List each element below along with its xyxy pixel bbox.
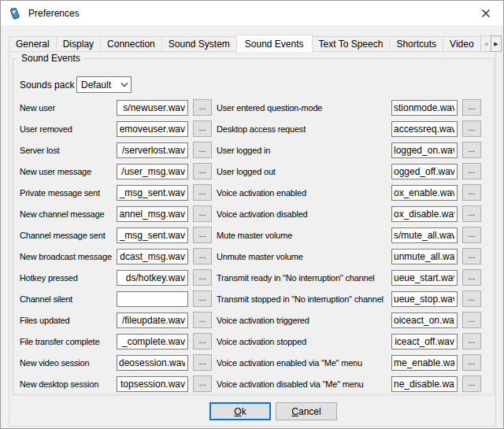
event-label: User logged out xyxy=(217,167,387,176)
event-sound-file-input[interactable] xyxy=(391,164,458,179)
event-sound-file-input[interactable] xyxy=(391,121,458,137)
browse-button[interactable]: ... xyxy=(462,227,481,243)
event-sound-file-input[interactable] xyxy=(117,291,188,307)
event-sound-file-input[interactable] xyxy=(117,249,188,264)
event-sound-file-input[interactable] xyxy=(391,291,458,307)
browse-button[interactable]: ... xyxy=(193,312,212,328)
event-label: New channel message xyxy=(20,209,112,219)
browse-button[interactable]: ... xyxy=(462,205,481,222)
tab-display[interactable]: Display xyxy=(56,36,101,52)
event-label: Transmit ready in "No interruption" chan… xyxy=(217,273,387,283)
event-label: User removed xyxy=(20,124,112,134)
sounds-pack-row: Sounds pack Default xyxy=(20,76,132,93)
cancel-button[interactable]: Cancel xyxy=(276,402,337,420)
tab-scroll-buttons: ◀ ▶ xyxy=(480,35,502,52)
event-label: User entered question-mode xyxy=(217,103,387,113)
event-label: Desktop access request xyxy=(217,124,387,134)
event-label: Voice activation enabled via "Me" menu xyxy=(217,358,387,368)
browse-button[interactable]: ... xyxy=(462,290,481,307)
event-sound-file-input[interactable] xyxy=(391,206,458,222)
browse-button[interactable]: ... xyxy=(193,290,212,307)
event-sound-file-input[interactable] xyxy=(117,334,188,349)
event-label: Unmute master volume xyxy=(217,252,387,261)
sound-events-grid: New user...User entered question-mode...… xyxy=(20,99,481,392)
ok-button[interactable]: Ok xyxy=(209,402,271,420)
event-label: Server lost xyxy=(20,146,112,155)
sounds-pack-select[interactable]: Default xyxy=(76,76,132,93)
browse-button[interactable]: ... xyxy=(462,120,481,137)
title-bar[interactable]: Preferences xyxy=(1,1,503,25)
event-sound-file-input[interactable] xyxy=(117,206,188,222)
event-sound-file-input[interactable] xyxy=(391,313,458,328)
event-sound-file-input[interactable] xyxy=(391,376,458,392)
browse-button[interactable]: ... xyxy=(193,184,212,201)
close-icon xyxy=(481,9,491,18)
browse-button[interactable]: ... xyxy=(193,248,212,264)
event-sound-file-input[interactable] xyxy=(117,355,188,371)
browse-button[interactable]: ... xyxy=(193,269,212,286)
browse-button[interactable]: ... xyxy=(462,142,481,158)
event-label: New desktop session xyxy=(20,379,112,389)
event-sound-file-input[interactable] xyxy=(391,185,458,201)
event-sound-file-input[interactable] xyxy=(117,100,188,116)
sound-events-groupbox: Sound Events Sounds pack Default New use… xyxy=(13,58,495,395)
event-sound-file-input[interactable] xyxy=(117,164,188,179)
browse-button[interactable]: ... xyxy=(193,227,212,243)
browse-button[interactable]: ... xyxy=(462,375,481,392)
browse-button[interactable]: ... xyxy=(193,333,212,349)
event-sound-file-input[interactable] xyxy=(117,227,188,243)
tab-shortcuts[interactable]: Shortcuts xyxy=(389,36,443,52)
event-label: Files updated xyxy=(20,316,112,325)
event-sound-file-input[interactable] xyxy=(391,227,458,243)
browse-button[interactable]: ... xyxy=(462,184,481,201)
tab-sound-system[interactable]: Sound System xyxy=(161,36,237,52)
groupbox-legend: Sound Events xyxy=(18,53,83,64)
close-button[interactable] xyxy=(468,1,503,25)
event-sound-file-input[interactable] xyxy=(391,142,458,158)
app-icon xyxy=(8,6,22,20)
event-sound-file-input[interactable] xyxy=(117,313,188,328)
browse-button[interactable]: ... xyxy=(193,142,212,158)
sounds-pack-value: Default xyxy=(77,80,118,91)
event-sound-file-input[interactable] xyxy=(117,376,188,392)
event-sound-file-input[interactable] xyxy=(391,249,458,264)
window-title: Preferences xyxy=(28,8,80,19)
event-sound-file-input[interactable] xyxy=(117,142,188,158)
ok-label: Ok xyxy=(234,406,246,417)
browse-button[interactable]: ... xyxy=(462,312,481,328)
event-sound-file-input[interactable] xyxy=(117,270,188,286)
tab-video[interactable]: Video xyxy=(443,36,480,52)
cancel-label: Cancel xyxy=(291,406,321,417)
browse-button[interactable]: ... xyxy=(193,163,212,179)
browse-button[interactable]: ... xyxy=(193,375,212,392)
event-sound-file-input[interactable] xyxy=(391,100,458,116)
event-label: Voice activation disabled xyxy=(217,209,387,219)
browse-button[interactable]: ... xyxy=(462,333,481,349)
event-sound-file-input[interactable] xyxy=(391,270,458,286)
event-label: Voice activation triggered xyxy=(217,316,387,325)
event-sound-file-input[interactable] xyxy=(117,185,188,201)
event-label: Private message sent xyxy=(20,188,112,198)
event-sound-file-input[interactable] xyxy=(391,334,458,349)
browse-button[interactable]: ... xyxy=(193,99,212,116)
browse-button[interactable]: ... xyxy=(462,354,481,371)
event-sound-file-input[interactable] xyxy=(117,121,188,137)
tab-page-sound-events: Sound Events Sounds pack Default New use… xyxy=(9,51,496,427)
browse-button[interactable]: ... xyxy=(462,163,481,179)
event-sound-file-input[interactable] xyxy=(391,355,458,371)
tab-scroll-right-button[interactable]: ▶ xyxy=(491,35,502,52)
tab-scroll-left-button[interactable]: ◀ xyxy=(480,35,491,52)
browse-button[interactable]: ... xyxy=(193,120,212,137)
browse-button[interactable]: ... xyxy=(193,354,212,371)
event-label: New broadcast message xyxy=(20,252,112,261)
event-label: New video session xyxy=(20,358,112,368)
tab-general[interactable]: General xyxy=(9,36,57,52)
tab-sound-events[interactable]: Sound Events xyxy=(236,35,313,52)
browse-button[interactable]: ... xyxy=(462,248,481,264)
tab-connection[interactable]: Connection xyxy=(100,36,162,52)
browse-button[interactable]: ... xyxy=(462,269,481,286)
browse-button[interactable]: ... xyxy=(193,205,212,222)
tab-text-to-speech[interactable]: Text To Speech xyxy=(312,36,391,52)
chevron-down-icon xyxy=(120,82,128,87)
browse-button[interactable]: ... xyxy=(462,99,481,116)
